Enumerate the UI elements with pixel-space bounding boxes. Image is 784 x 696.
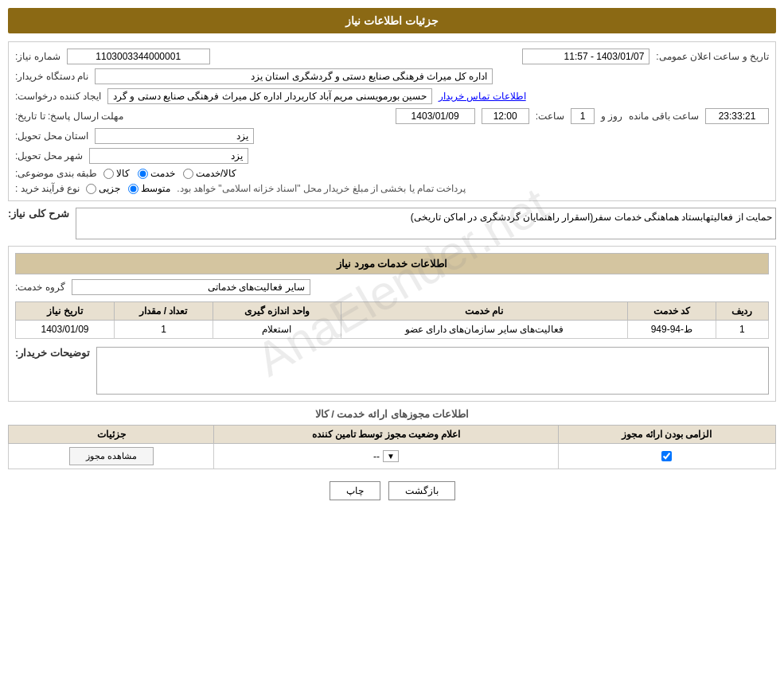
th-tedad: تعداد / مقدار — [115, 302, 213, 321]
mohlat-saat-value: 12:00 — [482, 108, 529, 124]
mohlat-rooz-label: روز و — [601, 111, 622, 122]
td-tarikh: 1403/01/09 — [16, 321, 115, 339]
ealam-value: -- — [373, 451, 380, 462]
ijad-value: حسین بورمویسنی مریم آباد کاربردار اداره … — [107, 88, 432, 104]
td-kod: ط-94-949 — [627, 321, 716, 339]
tarikh-label: تاریخ و ساعت اعلان عمومی: — [656, 51, 769, 62]
th-ealam: اعلام وضعیت مجوز توسط تامین کننده — [214, 426, 559, 444]
noe-label: نوع فرآیند خرید : — [15, 183, 80, 194]
mojavez-section-title: اطلاعات مجوزهای ارائه خدمت / کالا — [8, 408, 776, 420]
noe-desc: پرداخت تمام یا بخشی از مبلغ خریدار محل "… — [177, 183, 466, 194]
khadamat-title: اطلاعات خدمات مورد نیاز — [15, 253, 769, 274]
elzami-checkbox[interactable] — [661, 451, 672, 461]
row-ijad: اطلاعات تماس خریدار حسین بورمویسنی مریم … — [15, 88, 769, 104]
row-shomara-tarikh: تاریخ و ساعت اعلان عمومی: 1403/01/07 - 1… — [15, 49, 769, 64]
row-nam-dastgah: اداره کل میراث فرهنگی صنایع دستی و گردشگ… — [15, 68, 769, 84]
radio-kala-khadamat[interactable]: کالا/خدمت — [183, 168, 236, 179]
radio-khadamat[interactable]: خدمت — [138, 168, 175, 179]
header-title: جزئیات اطلاعات نیاز — [345, 14, 439, 27]
td-vahed: استعلام — [213, 321, 341, 339]
sharh-value: حمایت از فعالیتهابستاد هماهنگی خدمات سفر… — [76, 208, 776, 239]
ealam-down-icon: ▼ — [383, 450, 399, 462]
row-tabaqe: کالا/خدمت خدمت کالا طبقه بندی موضوعی: — [15, 168, 769, 179]
th-nam: نام خدمت — [341, 302, 627, 321]
back-button[interactable]: بازگشت — [388, 481, 455, 500]
row-noe: پرداخت تمام یا بخشی از مبلغ خریدار محل "… — [15, 183, 769, 194]
grooh-value: سایر فعالیت‌های خدماتی — [72, 279, 310, 295]
grooh-row: سایر فعالیت‌های خدماتی گروه خدمت: — [15, 279, 769, 295]
row-ostan: یزد استان محل تحویل: — [15, 128, 769, 144]
nam-dastgah-value: اداره کل میراث فرهنگی صنایع دستی و گردشگ… — [95, 68, 493, 84]
mohlat-label: مهلت ارسال پاسخ: تا تاریخ: — [15, 111, 123, 122]
shomara-label: شماره نیاز: — [15, 51, 60, 62]
page-header: جزئیات اطلاعات نیاز — [8, 8, 776, 33]
th-joziyat: جزئیات — [9, 426, 214, 444]
td-elzami — [558, 444, 775, 469]
table-row: ▼ -- مشاهده مجوز — [9, 444, 776, 469]
td-nam: فعالیت‌های سایر سازمان‌های دارای عضو — [341, 321, 627, 339]
table-row: 1 ط-94-949 فعالیت‌های سایر سازمان‌های دا… — [16, 321, 769, 339]
tabaqe-radio-group: کالا/خدمت خدمت کالا — [103, 168, 236, 179]
shahr-value: یزد — [89, 148, 248, 164]
khadamat-section: اطلاعات خدمات مورد نیاز سایر فعالیت‌های … — [8, 246, 776, 402]
row-mohlat: 23:33:21 ساعت باقی مانده روز و 1 ساعت: 1… — [15, 108, 769, 124]
mohlat-baqi-label: ساعت باقی مانده — [629, 111, 699, 122]
radio-jozi[interactable]: جزیی — [86, 183, 120, 194]
td-joziyat: مشاهده مجوز — [9, 444, 214, 469]
mohlat-rooz-value: 1 — [571, 108, 595, 124]
grooh-label: گروه خدمت: — [15, 282, 65, 293]
mojavez-table: الزامی بودن ارائه مجوز اعلام وضعیت مجوز … — [8, 425, 776, 469]
tawzih-row: توضیحات خریدار: — [15, 347, 769, 395]
print-button[interactable]: چاپ — [330, 481, 380, 500]
th-tarikh: تاریخ نیاز — [16, 302, 115, 321]
moshahede-mojavez-button[interactable]: مشاهده مجوز — [69, 447, 154, 465]
top-info-section: تاریخ و ساعت اعلان عمومی: 1403/01/07 - 1… — [8, 41, 776, 201]
khadamat-table: ردیف کد خدمت نام خدمت واحد اندازه گیری ت… — [15, 301, 769, 339]
th-radif: ردیف — [716, 302, 768, 321]
shomara-value: 1103003344000001 — [67, 49, 210, 64]
th-vahed: واحد اندازه گیری — [213, 302, 341, 321]
tawzih-textarea[interactable] — [96, 347, 769, 395]
th-kod: کد خدمت — [627, 302, 716, 321]
row-shahr: یزد شهر محل تحویل: — [15, 148, 769, 164]
radio-motawaset[interactable]: متوسط — [128, 183, 170, 194]
ostan-value: یزد — [95, 128, 254, 144]
shahr-label: شهر محل تحویل: — [15, 150, 83, 161]
ijad-link[interactable]: اطلاعات تماس خریدار — [439, 91, 526, 102]
tarikh-value: 1403/01/07 - 11:57 — [522, 49, 649, 64]
noe-radio-group: متوسط جزیی — [86, 183, 170, 194]
mohlat-saat-label: ساعت: — [536, 111, 564, 122]
bottom-buttons: بازگشت چاپ — [8, 481, 776, 500]
sharh-label: شرح کلی نیاز: — [8, 208, 69, 220]
th-elzami: الزامی بودن ارائه مجوز — [558, 426, 775, 444]
td-ealam: ▼ -- — [214, 444, 559, 469]
tabaqe-label: طبقه بندی موضوعی: — [15, 168, 97, 179]
sharh-section: حمایت از فعالیتهابستاد هماهنگی خدمات سفر… — [8, 208, 776, 239]
td-radif: 1 — [716, 321, 768, 339]
ijad-label: ایجاد کننده درخواست: — [15, 91, 101, 102]
tawzih-label: توضیحات خریدار: — [15, 347, 90, 359]
mojavez-section: الزامی بودن ارائه مجوز اعلام وضعیت مجوز … — [8, 425, 776, 469]
td-tedad: 1 — [115, 321, 213, 339]
ostan-label: استان محل تحویل: — [15, 130, 88, 142]
khadamat-table-header: ردیف کد خدمت نام خدمت واحد اندازه گیری ت… — [16, 302, 769, 321]
nam-dastgah-label: نام دستگاه خریدار: — [15, 71, 88, 82]
radio-kala[interactable]: کالا — [103, 168, 130, 179]
mohlat-date-value: 1403/01/09 — [396, 108, 475, 124]
mojavez-header: الزامی بودن ارائه مجوز اعلام وضعیت مجوز … — [9, 426, 776, 444]
mohlat-baqi-value: 23:33:21 — [705, 108, 769, 124]
